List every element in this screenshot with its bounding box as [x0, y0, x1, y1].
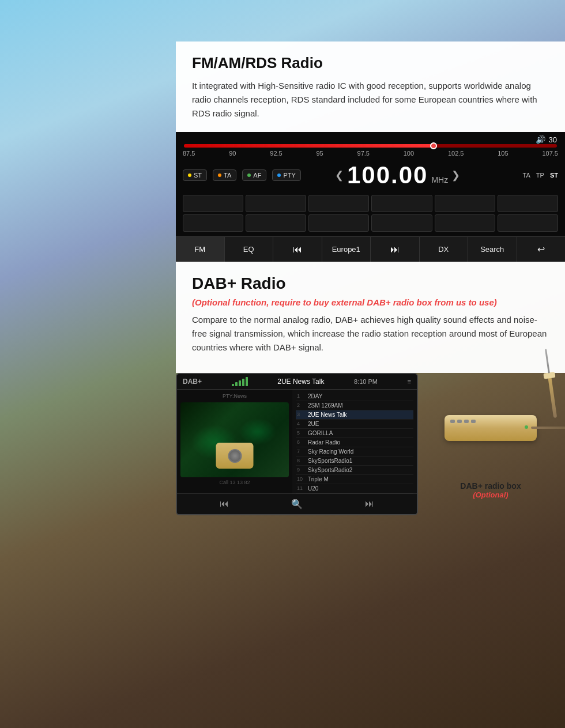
back-icon: ↩ — [537, 244, 545, 254]
next-button[interactable]: ⏭ — [371, 237, 420, 262]
frequency-nav: ❮ 100.00 MHz ❯ — [335, 161, 460, 189]
freq-107: 107.5 — [542, 150, 558, 157]
dab-station-list: 12DAY 22SM 1269AM 32UE News Talk 42UE 5G… — [292, 390, 417, 493]
st-button[interactable]: ST — [183, 169, 207, 181]
dab-station-10[interactable]: 10Triple M — [296, 475, 413, 484]
preset-12[interactable] — [498, 214, 558, 232]
radio-screen-container: 🔊 30 87.5 90 92.5 95 97.5 100 102.5 105 — [176, 132, 565, 262]
dab-prev-button[interactable]: ⏮ — [220, 499, 229, 510]
freq-90: 90 — [229, 150, 236, 157]
sig-bar-3 — [239, 380, 241, 386]
dab-station-1[interactable]: 12DAY — [296, 392, 413, 401]
hw-assembly — [445, 415, 537, 441]
freq-100: 100 — [404, 150, 414, 157]
preset-8[interactable] — [246, 214, 306, 232]
preset-7[interactable] — [183, 214, 243, 232]
fm-right-content: FM/AM/RDS Radio It integrated with High-… — [176, 42, 565, 132]
ta-label: TA — [523, 172, 530, 179]
prev-button[interactable]: ⏮ — [273, 237, 322, 262]
freq-prev-arrow[interactable]: ❮ — [335, 169, 344, 182]
volume-row: 🔊 30 — [176, 132, 565, 144]
sig-bar-1 — [232, 384, 234, 386]
vis-speaker — [228, 449, 242, 463]
back-button[interactable]: ↩ — [517, 237, 566, 262]
vis-radio-image — [216, 443, 254, 469]
dab-visualizer — [180, 402, 289, 477]
dab-menu-icon: ≡ — [408, 378, 411, 385]
dab-screen: DAB+ 2UE News Talk 8:10 PM ≡ PTY:News — [176, 373, 418, 515]
preset-grid — [176, 193, 565, 234]
dab-station-2[interactable]: 22SM 1269AM — [296, 401, 413, 410]
preset-9[interactable] — [308, 214, 369, 232]
hw-cable — [531, 427, 565, 429]
dab-station-4[interactable]: 42UE — [296, 420, 413, 429]
europe1-button[interactable]: Europe1 — [322, 237, 371, 262]
preset-3[interactable] — [308, 195, 369, 212]
preset-10[interactable] — [371, 214, 432, 232]
freq-102: 102.5 — [448, 150, 464, 157]
freq-95: 95 — [316, 150, 323, 157]
dab-search-button[interactable]: 🔍 — [291, 499, 303, 510]
freq-slider-area — [176, 144, 565, 149]
dab-right-content: DAB+ Radio (Optional function, require t… — [176, 262, 565, 373]
search-button[interactable]: Search — [468, 237, 517, 262]
dab-next-button[interactable]: ⏭ — [365, 499, 374, 510]
preset-1[interactable] — [183, 195, 243, 212]
preset-6[interactable] — [498, 195, 558, 212]
freq-next-arrow[interactable]: ❯ — [451, 169, 460, 182]
dab-box-label: DAB+ radio box — [427, 481, 554, 491]
next-icon: ⏭ — [390, 244, 400, 254]
freq-slider-track — [184, 144, 557, 148]
dab-signal — [232, 377, 248, 386]
af-button[interactable]: AF — [242, 169, 266, 181]
dab-title: DAB+ Radio — [192, 274, 549, 293]
sig-bar-2 — [235, 382, 238, 386]
dab-station-6[interactable]: 6Radar Radio — [296, 438, 413, 447]
eq-button[interactable]: EQ — [225, 237, 274, 262]
dab-time: 8:10 PM — [354, 378, 378, 385]
radio-right-labels: TA TP ST — [523, 172, 558, 179]
ta-dot — [218, 173, 221, 177]
ta-button[interactable]: TA — [213, 169, 236, 181]
fm-section: FM/AM/RDS Radio It integrated with High-… — [0, 42, 565, 132]
dab-station-3[interactable]: 32UE News Talk — [296, 410, 413, 420]
dab-radio-box-container: DAB+ radio box (Optional) — [427, 373, 554, 499]
dab-screen-header: DAB+ 2UE News Talk 8:10 PM ≡ — [177, 374, 417, 390]
dab-pty: PTY:News — [180, 393, 289, 399]
preset-5[interactable] — [435, 195, 495, 212]
radio-screen: 🔊 30 87.5 90 92.5 95 97.5 100 102.5 105 — [176, 132, 565, 262]
dab-station-9[interactable]: 9SkySportsRadio2 — [296, 466, 413, 475]
dab-screen-footer: ⏮ 🔍 ⏭ — [177, 493, 417, 514]
st-dot — [188, 173, 191, 177]
freq-slider-fill — [184, 144, 434, 148]
hw-body — [445, 415, 537, 441]
dx-button[interactable]: DX — [420, 237, 469, 262]
preset-11[interactable] — [435, 214, 495, 232]
dab-section: DAB+ Radio (Optional function, require t… — [0, 262, 565, 373]
hw-port-4 — [471, 420, 476, 423]
pty-button[interactable]: PTY — [272, 169, 300, 181]
dab-box-optional-label: (Optional) — [427, 491, 554, 499]
fm-button[interactable]: FM — [176, 237, 225, 262]
antenna-stick — [548, 374, 557, 417]
dab-station-8[interactable]: 8SkySportsRadio1 — [296, 457, 413, 466]
freq-105: 105 — [498, 150, 508, 157]
hw-port-3 — [464, 420, 469, 423]
sig-bar-4 — [242, 379, 244, 386]
dab-optional-note: (Optional function, require to buy exter… — [192, 297, 549, 307]
dab-station-11[interactable]: 11U20 — [296, 484, 413, 493]
dab-station-7[interactable]: 7Sky Racing World — [296, 447, 413, 457]
dab-images-row: DAB+ 2UE News Talk 8:10 PM ≡ PTY:News — [176, 373, 565, 527]
pty-dot — [277, 173, 281, 177]
dab-station-5[interactable]: 5GORILLA — [296, 429, 413, 438]
hw-led — [525, 425, 528, 429]
prev-icon: ⏮ — [293, 244, 302, 254]
fm-left-space — [0, 42, 176, 132]
dab-label: DAB+ — [183, 378, 202, 386]
frequency-display: 100.00 — [347, 161, 428, 189]
preset-4[interactable] — [371, 195, 432, 212]
hw-port-1 — [450, 420, 455, 423]
hw-port-2 — [457, 420, 462, 423]
preset-2[interactable] — [246, 195, 306, 212]
fm-section-title: FM/AM/RDS Radio — [192, 54, 549, 72]
